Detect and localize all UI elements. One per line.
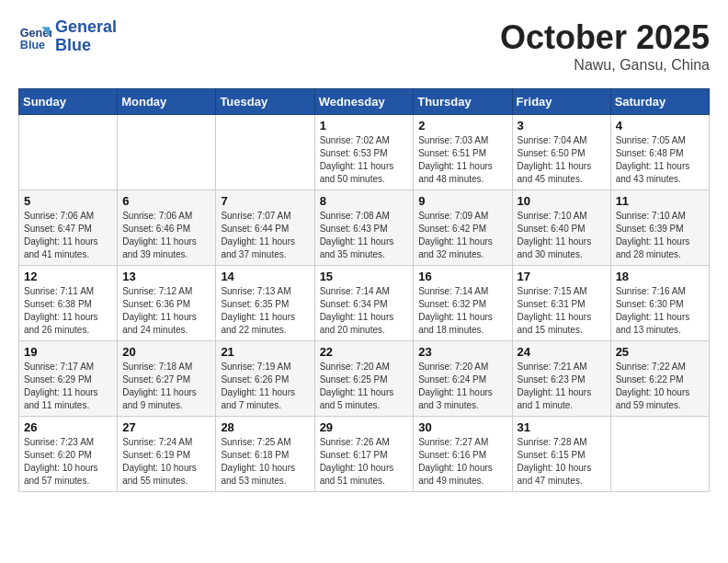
- calendar-cell: [216, 115, 314, 190]
- day-info: Sunrise: 7:28 AM Sunset: 6:15 PM Dayligh…: [518, 436, 606, 488]
- day-info: Sunrise: 7:27 AM Sunset: 6:16 PM Dayligh…: [418, 436, 506, 488]
- day-number: 12: [24, 270, 112, 283]
- calendar-cell: 24Sunrise: 7:21 AM Sunset: 6:23 PM Dayli…: [512, 341, 610, 417]
- logo-icon: General Blue: [18, 20, 51, 53]
- month-title: October 2025: [500, 18, 710, 57]
- day-info: Sunrise: 7:17 AM Sunset: 6:29 PM Dayligh…: [24, 361, 112, 412]
- day-info: Sunrise: 7:06 AM Sunset: 6:47 PM Dayligh…: [24, 210, 112, 261]
- calendar-cell: 19Sunrise: 7:17 AM Sunset: 6:29 PM Dayli…: [19, 341, 118, 417]
- day-number: 22: [320, 345, 409, 359]
- calendar-cell: 3Sunrise: 7:04 AM Sunset: 6:50 PM Daylig…: [512, 115, 610, 190]
- calendar-cell: 30Sunrise: 7:27 AM Sunset: 6:16 PM Dayli…: [414, 417, 512, 492]
- calendar-cell: 23Sunrise: 7:20 AM Sunset: 6:24 PM Dayli…: [414, 341, 512, 417]
- calendar-cell: 13Sunrise: 7:12 AM Sunset: 6:36 PM Dayli…: [118, 266, 216, 341]
- day-info: Sunrise: 7:13 AM Sunset: 6:35 PM Dayligh…: [221, 285, 309, 337]
- day-info: Sunrise: 7:05 AM Sunset: 6:48 PM Dayligh…: [616, 134, 704, 186]
- day-number: 30: [418, 420, 506, 434]
- calendar-cell: [610, 417, 709, 492]
- day-number: 14: [221, 270, 309, 283]
- day-info: Sunrise: 7:03 AM Sunset: 6:51 PM Dayligh…: [418, 134, 506, 186]
- day-info: Sunrise: 7:22 AM Sunset: 6:22 PM Dayligh…: [616, 361, 704, 412]
- calendar-cell: 14Sunrise: 7:13 AM Sunset: 6:35 PM Dayli…: [216, 266, 314, 341]
- day-info: Sunrise: 7:11 AM Sunset: 6:38 PM Dayligh…: [24, 285, 112, 337]
- weekday-header-wednesday: Wednesday: [314, 89, 414, 115]
- day-info: Sunrise: 7:02 AM Sunset: 6:53 PM Dayligh…: [320, 134, 409, 186]
- calendar-cell: 9Sunrise: 7:09 AM Sunset: 6:42 PM Daylig…: [414, 190, 512, 266]
- day-number: 26: [24, 420, 112, 434]
- day-info: Sunrise: 7:06 AM Sunset: 6:46 PM Dayligh…: [122, 210, 210, 261]
- day-number: 24: [518, 345, 606, 359]
- calendar-cell: 17Sunrise: 7:15 AM Sunset: 6:31 PM Dayli…: [512, 266, 610, 341]
- weekday-header-sunday: Sunday: [19, 89, 118, 115]
- calendar-week-4: 19Sunrise: 7:17 AM Sunset: 6:29 PM Dayli…: [19, 341, 710, 417]
- calendar-cell: 16Sunrise: 7:14 AM Sunset: 6:32 PM Dayli…: [414, 266, 512, 341]
- calendar-cell: 11Sunrise: 7:10 AM Sunset: 6:39 PM Dayli…: [610, 190, 709, 266]
- day-number: 20: [122, 345, 210, 359]
- day-number: 28: [221, 420, 309, 434]
- calendar-cell: 10Sunrise: 7:10 AM Sunset: 6:40 PM Dayli…: [512, 190, 610, 266]
- day-number: 18: [616, 270, 704, 283]
- day-number: 10: [518, 194, 606, 208]
- calendar-header-row: SundayMondayTuesdayWednesdayThursdayFrid…: [19, 89, 710, 115]
- day-info: Sunrise: 7:10 AM Sunset: 6:40 PM Dayligh…: [518, 210, 606, 261]
- day-info: Sunrise: 7:15 AM Sunset: 6:31 PM Dayligh…: [518, 285, 606, 337]
- weekday-header-thursday: Thursday: [414, 89, 512, 115]
- day-number: 4: [616, 119, 704, 132]
- calendar-cell: 20Sunrise: 7:18 AM Sunset: 6:27 PM Dayli…: [118, 341, 216, 417]
- calendar-cell: 1Sunrise: 7:02 AM Sunset: 6:53 PM Daylig…: [314, 115, 414, 190]
- weekday-header-monday: Monday: [118, 89, 216, 115]
- day-number: 23: [418, 345, 506, 359]
- day-number: 2: [418, 119, 506, 132]
- day-number: 13: [122, 270, 210, 283]
- day-info: Sunrise: 7:16 AM Sunset: 6:30 PM Dayligh…: [616, 285, 704, 337]
- day-info: Sunrise: 7:04 AM Sunset: 6:50 PM Dayligh…: [518, 134, 606, 186]
- calendar-cell: 31Sunrise: 7:28 AM Sunset: 6:15 PM Dayli…: [512, 417, 610, 492]
- logo-line2: Blue: [55, 37, 117, 55]
- day-number: 11: [616, 194, 704, 208]
- calendar-cell: 6Sunrise: 7:06 AM Sunset: 6:46 PM Daylig…: [118, 190, 216, 266]
- calendar-cell: 2Sunrise: 7:03 AM Sunset: 6:51 PM Daylig…: [414, 115, 512, 190]
- day-number: 17: [518, 270, 606, 283]
- day-info: Sunrise: 7:25 AM Sunset: 6:18 PM Dayligh…: [221, 436, 309, 488]
- calendar-cell: 28Sunrise: 7:25 AM Sunset: 6:18 PM Dayli…: [216, 417, 314, 492]
- calendar-cell: [118, 115, 216, 190]
- calendar-cell: 8Sunrise: 7:08 AM Sunset: 6:43 PM Daylig…: [314, 190, 414, 266]
- day-number: 6: [122, 194, 210, 208]
- day-number: 9: [418, 194, 506, 208]
- day-number: 31: [518, 420, 606, 434]
- day-info: Sunrise: 7:07 AM Sunset: 6:44 PM Dayligh…: [221, 210, 309, 261]
- calendar-cell: 12Sunrise: 7:11 AM Sunset: 6:38 PM Dayli…: [19, 266, 118, 341]
- day-info: Sunrise: 7:08 AM Sunset: 6:43 PM Dayligh…: [320, 210, 409, 261]
- day-info: Sunrise: 7:19 AM Sunset: 6:26 PM Dayligh…: [221, 361, 309, 412]
- day-info: Sunrise: 7:10 AM Sunset: 6:39 PM Dayligh…: [616, 210, 704, 261]
- calendar-cell: 25Sunrise: 7:22 AM Sunset: 6:22 PM Dayli…: [610, 341, 709, 417]
- weekday-header-tuesday: Tuesday: [216, 89, 314, 115]
- day-info: Sunrise: 7:26 AM Sunset: 6:17 PM Dayligh…: [320, 436, 409, 488]
- svg-text:Blue: Blue: [20, 38, 45, 51]
- calendar-cell: 27Sunrise: 7:24 AM Sunset: 6:19 PM Dayli…: [118, 417, 216, 492]
- day-info: Sunrise: 7:12 AM Sunset: 6:36 PM Dayligh…: [122, 285, 210, 337]
- calendar-cell: 18Sunrise: 7:16 AM Sunset: 6:30 PM Dayli…: [610, 266, 709, 341]
- day-number: 29: [320, 420, 409, 434]
- day-number: 7: [221, 194, 309, 208]
- day-number: 19: [24, 345, 112, 359]
- day-info: Sunrise: 7:14 AM Sunset: 6:34 PM Dayligh…: [320, 285, 409, 337]
- calendar-cell: 21Sunrise: 7:19 AM Sunset: 6:26 PM Dayli…: [216, 341, 314, 417]
- logo-line1: General: [55, 18, 117, 37]
- calendar-cell: 4Sunrise: 7:05 AM Sunset: 6:48 PM Daylig…: [610, 115, 709, 190]
- day-number: 15: [320, 270, 409, 283]
- calendar-cell: 15Sunrise: 7:14 AM Sunset: 6:34 PM Dayli…: [314, 266, 414, 341]
- calendar-week-2: 5Sunrise: 7:06 AM Sunset: 6:47 PM Daylig…: [19, 190, 710, 266]
- day-number: 8: [320, 194, 409, 208]
- calendar-table: SundayMondayTuesdayWednesdayThursdayFrid…: [18, 88, 710, 492]
- weekday-header-saturday: Saturday: [610, 89, 709, 115]
- day-number: 27: [122, 420, 210, 434]
- calendar-cell: [19, 115, 118, 190]
- location-subtitle: Nawu, Gansu, China: [500, 57, 710, 74]
- day-number: 3: [518, 119, 606, 132]
- day-number: 5: [24, 194, 112, 208]
- day-number: 1: [320, 119, 409, 132]
- calendar-week-1: 1Sunrise: 7:02 AM Sunset: 6:53 PM Daylig…: [19, 115, 710, 190]
- calendar-cell: 7Sunrise: 7:07 AM Sunset: 6:44 PM Daylig…: [216, 190, 314, 266]
- day-info: Sunrise: 7:09 AM Sunset: 6:42 PM Dayligh…: [418, 210, 506, 261]
